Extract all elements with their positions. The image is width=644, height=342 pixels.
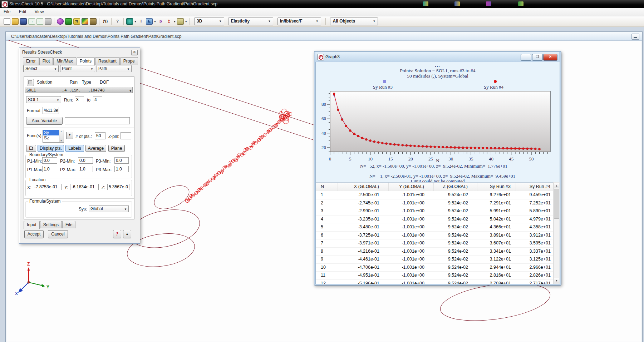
tab-points[interactable]: Points [77, 57, 95, 65]
table-row[interactable]: 7-3.971e-01-1.001e+009.524e-023.607e+013… [316, 239, 560, 248]
format-input[interactable] [43, 107, 59, 114]
graph-titlebar[interactable]: Graph3 — ❐ ✕ [315, 52, 559, 61]
export-model-icon[interactable]: ← [36, 18, 43, 25]
table-row[interactable]: 11-4.951e-01-1.001e+009.524e-022.816e+01… [316, 272, 560, 280]
function-item-sz[interactable]: Sz [43, 135, 59, 141]
surface-display-icon[interactable] [126, 18, 133, 25]
loc-x-input[interactable] [33, 184, 62, 190]
theory-combo[interactable]: Elasticity [228, 18, 273, 25]
p2min-input[interactable] [78, 157, 93, 164]
units-combo[interactable]: in/lbf/sec/F [277, 18, 321, 25]
scroll-down-icon[interactable]: ▼ [554, 278, 559, 283]
tab-prope[interactable]: Prope [120, 57, 138, 65]
loc-y-input[interactable] [70, 184, 99, 190]
beam-display-icon[interactable]: I [138, 18, 144, 25]
aux-variable-input[interactable] [65, 117, 130, 124]
menu-view[interactable]: View [31, 8, 48, 16]
chevron-down-icon[interactable]: ▼ [185, 20, 187, 23]
column-header[interactable]: Z (GLOBAL) [434, 183, 477, 191]
tab-plot[interactable]: Plot [39, 57, 53, 65]
load-display-icon[interactable]: ↥ [166, 18, 172, 25]
mdi-titlebar[interactable]: C:\Users\blancaster\Desktop\Tutorials an… [6, 32, 642, 41]
column-header[interactable]: Sy Run #4 [516, 183, 554, 191]
table-row[interactable]: 10-4.706e-01-1.001e+009.524e-022.944e+01… [316, 264, 560, 272]
objects-combo[interactable]: All Objects [330, 18, 378, 25]
p2max-input[interactable] [78, 166, 93, 172]
column-header[interactable]: X (GLOBAL) [338, 183, 389, 191]
help-icon[interactable]: ? [114, 18, 121, 25]
dimension-combo[interactable]: 3D [194, 18, 224, 25]
bottom-tab-file[interactable]: File [62, 221, 75, 228]
average-button[interactable]: Average [85, 145, 106, 152]
mdi-minimize-button[interactable] [631, 34, 639, 40]
menu-edit[interactable]: Edit [15, 8, 30, 16]
table-row[interactable]: 5-3.480e-01-1.001e+009.524e-024.366e+014… [316, 223, 560, 232]
chevron-down-icon[interactable]: ▼ [134, 20, 137, 23]
menu-file[interactable]: File [0, 8, 14, 16]
cancel-button[interactable]: Cancel [48, 230, 68, 238]
column-header[interactable]: Y (GLOBAL) [389, 183, 434, 191]
column-header[interactable]: Sy Run #3 [477, 183, 516, 191]
aux-variable-button[interactable]: Aux. Variable [26, 117, 63, 125]
results-table[interactable]: NX (GLOBAL)Y (GLOBAL)Z (GLOBAL)Sy Run #3… [316, 182, 560, 284]
bottom-tab-settings[interactable]: Settings [40, 221, 62, 228]
tab-minmax[interactable]: Min/Max [53, 57, 76, 65]
table-row[interactable]: 1-2.500e-01-1.001e+009.524e-029.276e+019… [316, 191, 560, 199]
points-display-icon[interactable]: p [157, 18, 164, 25]
display-options-icon[interactable] [82, 18, 88, 25]
num-points-input[interactable] [95, 132, 105, 139]
print-icon[interactable] [45, 18, 51, 25]
table-row[interactable]: 6-3.725e-01-1.001e+009.524e-023.891e+013… [316, 232, 560, 240]
minimize-icon[interactable]: — [521, 54, 531, 61]
table-row[interactable]: 8-4.216e-01-1.001e+009.524e-023.341e+013… [316, 248, 560, 256]
plot-print-icon[interactable] [177, 18, 184, 25]
tab-resultant[interactable]: Resultant [95, 57, 120, 65]
function-editor-icon[interactable]: ƒ() [102, 18, 109, 25]
view-sphere-icon[interactable] [57, 18, 64, 25]
object-select[interactable]: Point [60, 65, 95, 72]
formula-pi-icon[interactable]: π [73, 18, 80, 25]
run-to-input[interactable] [93, 96, 102, 103]
functions-dropdown-button[interactable]: ▼ [66, 132, 73, 139]
listbox-scroll[interactable] [59, 130, 64, 142]
plane-button[interactable]: Plane [108, 145, 125, 152]
exit-door-icon[interactable] [90, 18, 97, 25]
bottom-tab-input[interactable]: Input [24, 221, 40, 229]
sys-select[interactable]: Global [89, 205, 129, 212]
new-document-icon[interactable] [4, 18, 10, 25]
table-scrollbar[interactable]: ▲ ▼ [553, 182, 560, 284]
p3max-input[interactable] [114, 166, 129, 172]
extraction-select[interactable]: Path [97, 65, 132, 72]
table-row[interactable]: 4-3.235e-01-1.001e+009.524e-025.042e+014… [316, 215, 560, 224]
zpln-input[interactable] [121, 132, 131, 139]
chevron-down-icon[interactable]: ▼ [173, 20, 176, 23]
loc-z-input[interactable] [107, 184, 129, 190]
table-row[interactable]: 3-2.990e-01-1.001e+009.524e-025.991e+015… [316, 207, 560, 215]
scroll-up-icon[interactable]: ▲ [554, 183, 559, 188]
close-icon[interactable]: ✕ [131, 50, 138, 55]
table-row[interactable]: 2-2.745e-01-1.001e+009.524e-027.291e+017… [316, 199, 560, 208]
labels-button[interactable]: Labels [65, 145, 84, 152]
solution-select[interactable]: SOL1 [26, 96, 61, 103]
edge-display-icon[interactable]: E [146, 18, 153, 25]
p3min-input[interactable] [114, 157, 129, 164]
restore-icon[interactable]: ❐ [532, 54, 543, 61]
chevron-down-icon[interactable]: ▼ [154, 20, 156, 23]
tab-error[interactable]: Error [23, 57, 39, 65]
solution-checkbox[interactable] [27, 79, 34, 86]
solution-grid-row[interactable]: SOL1 ,4 ,Lin. ,104748 [25, 87, 133, 93]
table-row[interactable]: 12-5.196e-01-1.001e+009.524e-022.708e+01… [316, 280, 560, 284]
p1min-input[interactable] [42, 157, 57, 164]
function-item-sy[interactable]: Sy [43, 130, 59, 135]
functions-listbox[interactable]: SySz [43, 130, 64, 143]
et-button[interactable]: Et [26, 145, 36, 152]
import-model-icon[interactable]: → [28, 18, 35, 25]
method-select[interactable]: Select [24, 65, 59, 72]
run-from-input[interactable] [75, 96, 84, 103]
open-folder-icon[interactable] [12, 18, 19, 25]
p1max-input[interactable] [42, 166, 57, 172]
help-button[interactable]: ? [113, 230, 121, 238]
results-dialog-title[interactable]: Results StressCheck [19, 48, 140, 56]
save-icon[interactable] [20, 18, 27, 25]
close-icon[interactable]: ✕ [543, 54, 557, 61]
